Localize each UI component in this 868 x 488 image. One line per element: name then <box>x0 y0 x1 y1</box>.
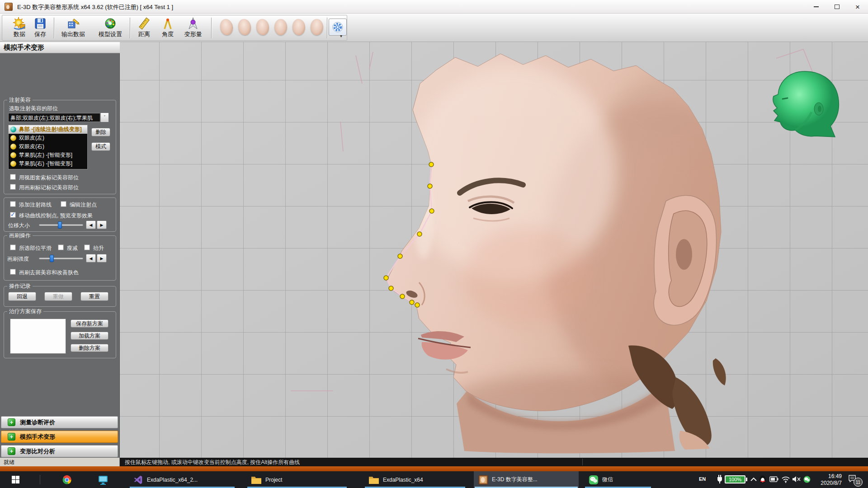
spot-removal-checkbox[interactable] <box>10 269 16 275</box>
list-item[interactable]: 双眼皮(右) <box>9 142 87 151</box>
site-sphere-icon <box>10 144 16 150</box>
toolbar-data-button[interactable]: 数据 <box>9 16 30 40</box>
displacement-decrease-button[interactable]: ◀ <box>86 221 96 229</box>
reset-button[interactable]: 重置 <box>80 292 108 301</box>
list-item[interactable]: 双眼皮(左) <box>9 134 87 142</box>
toolbar-divider <box>54 18 54 38</box>
distance-ruler-icon <box>137 17 151 30</box>
brush-strength-slider[interactable] <box>39 258 83 259</box>
close-button[interactable]: × <box>847 0 868 14</box>
notification-badge[interactable]: 11 <box>854 478 863 487</box>
accordion-deformation-compare[interactable]: + 变形比对分析 <box>1 445 118 457</box>
save-floppy-icon <box>33 17 47 30</box>
smooth-checkbox[interactable] <box>10 244 16 250</box>
tray-clock[interactable]: 16:49 2020/8/7 <box>814 473 842 487</box>
toolbar-divider <box>211 18 212 38</box>
displacement-label: 位移大小 <box>8 222 30 230</box>
e3d-app-icon <box>478 475 488 485</box>
export-data-icon <box>66 17 80 30</box>
angle-compass-icon <box>161 17 175 30</box>
move-ctrl-label: 移动曲线控制点, 预览变形效果 <box>19 212 93 220</box>
tray-time-value: 16:49 <box>814 473 842 480</box>
face-three-quarter-left-icon[interactable] <box>238 19 251 35</box>
toolbar-angle-button[interactable]: 角度 <box>157 16 179 40</box>
toolbar-model-settings-button[interactable]: 模型设置 <box>94 16 126 40</box>
combo-dropdown-icon[interactable]: ˇ <box>100 113 108 122</box>
main-toolbar: 数据 保存 <box>0 14 868 42</box>
tray-language[interactable]: EN <box>699 476 706 482</box>
list-item[interactable]: 苹果肌(右) -[智能变形] <box>9 160 87 168</box>
thin-checkbox[interactable] <box>58 244 64 250</box>
volume-muted-icon[interactable] <box>792 476 801 483</box>
wechat-icon <box>589 475 599 485</box>
face-front-icon[interactable] <box>256 19 269 35</box>
battery-tray-icon[interactable] <box>769 476 778 482</box>
edit-point-checkbox[interactable] <box>61 201 66 207</box>
deformation-icon <box>186 17 200 30</box>
list-item[interactable]: 鼻部 -[连续注射/曲线变形] <box>9 125 87 134</box>
lasso-mark-checkbox[interactable] <box>10 174 16 180</box>
viewport-3d[interactable] <box>120 42 868 458</box>
strength-increase-button[interactable]: ▶ <box>97 254 107 263</box>
list-item[interactable]: 苹果肌(左) -[智能变形] <box>9 151 87 160</box>
maximize-icon <box>835 5 840 9</box>
load-plan-button[interactable]: 加载方案 <box>71 332 108 340</box>
undo-button[interactable]: 回退 <box>8 292 36 301</box>
add-route-checkbox[interactable] <box>10 201 16 207</box>
taskbar-item-exdaplastic-folder[interactable]: ExdaPlastic_x64 <box>364 471 466 488</box>
application-window: E-3D 数字美容整形系统 x64 3.62 (软件已注册) [ x64 Tes… <box>0 0 868 488</box>
chrome-taskbar-button[interactable] <box>57 471 77 488</box>
wifi-icon[interactable] <box>781 475 790 483</box>
power-plug-icon[interactable] <box>716 475 723 484</box>
brush-strength-slider-thumb[interactable] <box>50 255 54 262</box>
mode-button[interactable]: 模式 <box>91 142 110 151</box>
start-button[interactable] <box>5 471 25 488</box>
reference-head-model[interactable] <box>773 71 839 137</box>
accordion-surgery-sim[interactable]: + 模拟手术变形 <box>1 431 118 443</box>
battery-nub <box>746 478 747 481</box>
toolbar-export-data-button[interactable]: 输出数据 <box>57 16 89 40</box>
accordion-measure-diagnosis[interactable]: + 测量诊断评价 <box>1 416 118 428</box>
maximize-button[interactable] <box>826 0 847 14</box>
app-logo-icon <box>5 3 13 11</box>
move-ctrl-checkbox[interactable] <box>10 212 16 218</box>
lift-checkbox[interactable] <box>84 244 90 250</box>
plan-listbox[interactable] <box>10 319 66 354</box>
display-tool-taskbar-button[interactable] <box>93 471 113 488</box>
edit-point-label: 编辑注射点 <box>70 201 97 209</box>
data-icon <box>13 17 26 30</box>
brush-mark-checkbox[interactable] <box>10 184 16 190</box>
settings-gear-button[interactable] <box>329 19 347 36</box>
save-plan-button[interactable]: 保存新方案 <box>71 319 108 328</box>
face-bottom-up-icon[interactable] <box>274 19 287 35</box>
taskbar-item-e3d-active[interactable]: E-3D 数字美容整... <box>474 471 579 488</box>
toolbar-save-button[interactable]: 保存 <box>30 16 50 40</box>
minimize-button[interactable] <box>806 0 826 14</box>
taskbar-item-wechat[interactable]: 微信 <box>584 471 652 488</box>
redo-button[interactable]: 重做 <box>44 292 72 301</box>
taskbar-item-exdaplastic-vs[interactable]: ExdaPlastic_x64_2... <box>129 471 236 488</box>
plan-group-title: 治疗方案保存 <box>7 309 43 314</box>
delete-plan-button[interactable]: 删除方案 <box>71 344 108 352</box>
face-right-profile-icon[interactable] <box>310 19 324 36</box>
site-sphere-icon <box>10 127 16 132</box>
site-sphere-icon <box>10 135 16 141</box>
tray-expand-icon[interactable] <box>750 477 757 482</box>
taskbar-item-project-folder[interactable]: Project <box>246 471 348 488</box>
ear-canal-shadow <box>676 239 692 270</box>
battery-indicator[interactable]: 100% <box>725 475 745 483</box>
toolbar-distance-button[interactable]: 距离 <box>133 16 155 40</box>
wechat-tray-icon[interactable] <box>803 475 811 483</box>
displacement-slider-thumb[interactable] <box>58 221 62 229</box>
qq-tray-icon[interactable] <box>759 475 767 484</box>
site-combobox[interactable]: 鼻部;双眼皮(左);双眼皮(右);苹果肌 <box>8 113 100 122</box>
delete-site-button[interactable]: 删除 <box>91 128 110 136</box>
status-divider <box>582 459 583 465</box>
displacement-increase-button[interactable]: ▶ <box>97 221 107 229</box>
face-three-quarter-right-icon[interactable] <box>292 19 306 35</box>
strength-decrease-button[interactable]: ◀ <box>86 254 96 263</box>
select-site-label: 选取注射美容的部位 <box>9 105 58 113</box>
toolbar-overflow-icon[interactable]: ▾ <box>340 33 342 38</box>
face-left-profile-icon[interactable] <box>219 19 234 36</box>
toolbar-deformation-button[interactable]: 变形量 <box>179 16 207 40</box>
